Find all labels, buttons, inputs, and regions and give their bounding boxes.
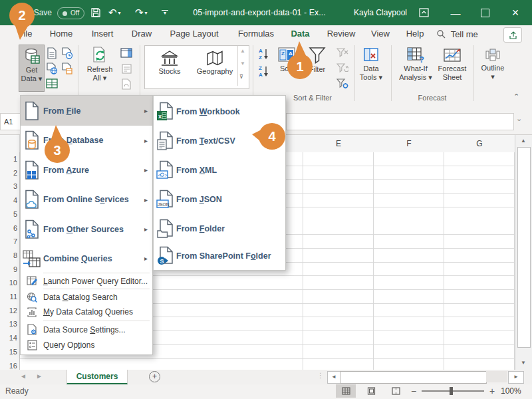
- row-header[interactable]: 9: [1, 263, 17, 277]
- menu-item-from-other-sources[interactable]: From Other Sources ▸: [21, 214, 152, 244]
- row-header[interactable]: 7: [1, 235, 17, 249]
- row-header[interactable]: 8: [1, 249, 17, 263]
- sheet-tab-customers[interactable]: Customers: [66, 370, 128, 384]
- scroll-thumb[interactable]: [517, 147, 531, 348]
- tab-page-layout[interactable]: Page Layout: [166, 25, 222, 43]
- gallery-more-button[interactable]: ⊽: [239, 74, 243, 80]
- properties-button[interactable]: [120, 62, 133, 75]
- what-if-analysis-button[interactable]: ? What-If Analysis ▾: [396, 45, 435, 90]
- maximize-button[interactable]: [473, 0, 496, 25]
- share-button[interactable]: [503, 27, 522, 43]
- menu-item-from-file[interactable]: From File ▸: [21, 96, 152, 126]
- minimize-button[interactable]: —: [444, 0, 467, 25]
- row-header[interactable]: 16: [1, 359, 17, 370]
- page-break-view-button[interactable]: [386, 384, 406, 398]
- submenu-item-from-xml[interactable]: <> From XML: [154, 156, 285, 185]
- zoom-out-button[interactable]: −: [411, 386, 416, 396]
- menu-item-launch-power-query-editor[interactable]: Launch Power Query Editor...: [21, 274, 152, 288]
- from-text-csv-button[interactable]: [45, 47, 59, 60]
- user-name[interactable]: Kayla Claypool: [347, 0, 414, 25]
- column-header-g[interactable]: G: [444, 135, 515, 153]
- recent-sources-button[interactable]: [61, 47, 74, 60]
- normal-view-button[interactable]: [336, 384, 356, 398]
- ribbon-display-options-button[interactable]: [412, 0, 435, 25]
- submenu-item-from-json[interactable]: JSON From JSON: [154, 185, 285, 214]
- get-data-button[interactable]: Get Data ▾: [19, 45, 45, 92]
- row-header[interactable]: 13: [1, 317, 17, 331]
- edit-links-button[interactable]: [120, 77, 133, 90]
- sheet-nav-right-button[interactable]: ►: [36, 372, 43, 380]
- hscroll-right-arrow[interactable]: ►: [508, 371, 524, 384]
- save-button[interactable]: [90, 0, 101, 25]
- scroll-up-arrow[interactable]: ▲: [521, 138, 526, 144]
- tab-help[interactable]: Help: [403, 25, 427, 43]
- tab-view[interactable]: View: [368, 25, 392, 43]
- submenu-item-from-folder[interactable]: From Folder: [154, 214, 285, 243]
- column-header-f[interactable]: F: [374, 135, 445, 153]
- scroll-down-arrow[interactable]: ▼: [521, 360, 526, 366]
- zoom-slider-thumb[interactable]: [450, 387, 453, 395]
- existing-connections-button[interactable]: [61, 62, 74, 75]
- zoom-in-button[interactable]: +: [489, 386, 495, 396]
- menu-item-data-source-settings[interactable]: Data Source Settings...: [21, 322, 152, 337]
- zoom-level[interactable]: 100%: [501, 386, 521, 396]
- queries-connections-button[interactable]: [120, 47, 133, 60]
- sheet-nav-left-button[interactable]: ◄: [20, 372, 27, 380]
- expand-formula-bar-button[interactable]: ⌄: [516, 114, 522, 123]
- select-all-corner[interactable]: [0, 135, 20, 153]
- row-header[interactable]: 2: [1, 166, 17, 180]
- autosave-toggle[interactable]: Off: [57, 7, 84, 19]
- row-header[interactable]: 1: [1, 152, 17, 166]
- close-button[interactable]: ×: [504, 0, 527, 25]
- collapse-ribbon-button[interactable]: ⌃: [513, 92, 519, 101]
- vertical-scrollbar[interactable]: ▲ ▼: [515, 135, 532, 370]
- menu-item-query-options[interactable]: Query Options: [21, 337, 152, 353]
- hscroll-left-arrow[interactable]: ◄: [327, 371, 340, 384]
- tab-draw[interactable]: Draw: [128, 25, 156, 43]
- new-sheet-button[interactable]: +: [149, 371, 160, 382]
- advanced-filter-button[interactable]: [336, 77, 349, 90]
- formula-input[interactable]: [286, 113, 514, 130]
- menu-item-my-data-catalog-queries[interactable]: My Data Catalog Queries: [21, 305, 152, 319]
- row-header[interactable]: 6: [1, 221, 17, 235]
- from-table-range-button[interactable]: [45, 77, 59, 90]
- row-header[interactable]: 10: [1, 276, 17, 290]
- menu-item-data-catalog-search[interactable]: Data Catalog Search: [21, 290, 152, 305]
- hscroll-track[interactable]: [486, 371, 507, 382]
- row-header[interactable]: 3: [1, 180, 17, 194]
- row-header[interactable]: 14: [1, 331, 17, 345]
- gallery-up-button[interactable]: ▲: [240, 48, 245, 54]
- undo-button[interactable]: ↶▾: [108, 0, 121, 25]
- row-header[interactable]: 11: [1, 290, 17, 304]
- row-header[interactable]: 15: [1, 345, 17, 359]
- outline-button[interactable]: Outline ▾: [477, 45, 508, 90]
- row-header[interactable]: 4: [1, 194, 17, 207]
- redo-button[interactable]: ↷▾: [135, 0, 148, 25]
- menu-item-from-online-services[interactable]: From Online Services ▸: [21, 185, 152, 214]
- data-tools-button[interactable]: Data Tools ▾: [358, 45, 384, 90]
- stocks-data-type[interactable]: Stocks: [148, 47, 192, 87]
- sort-za-button[interactable]: Z A: [257, 65, 270, 78]
- row-header[interactable]: 12: [1, 304, 17, 318]
- submenu-item-from-sharepoint-folder[interactable]: S From SharePoint Folder: [154, 243, 285, 269]
- clear-filter-button[interactable]: [336, 47, 349, 60]
- sort-az-button[interactable]: A Z: [257, 47, 270, 61]
- from-web-button[interactable]: [45, 62, 59, 75]
- geography-data-type[interactable]: Geography: [193, 47, 237, 87]
- menu-item-combine-queries[interactable]: Combine Queries ▸: [21, 244, 152, 273]
- gallery-down-button[interactable]: ▼: [240, 61, 245, 66]
- tab-insert[interactable]: Insert: [88, 25, 117, 43]
- tab-home[interactable]: Home: [47, 25, 76, 43]
- zoom-slider-track[interactable]: [422, 390, 484, 392]
- tell-me-search[interactable]: Tell me: [436, 29, 478, 39]
- column-header-e[interactable]: E: [303, 135, 374, 153]
- reapply-filter-button[interactable]: [336, 62, 349, 75]
- forecast-sheet-button[interactable]: Forecast Sheet: [435, 45, 469, 90]
- page-layout-view-button[interactable]: [361, 384, 381, 398]
- row-header[interactable]: 5: [1, 207, 17, 221]
- tab-splitter-handle[interactable]: ⋮: [317, 372, 324, 379]
- refresh-all-button[interactable]: Refresh All ▾: [82, 45, 117, 90]
- tab-formulas[interactable]: Formulas: [234, 25, 278, 43]
- tab-review[interactable]: Review: [325, 25, 358, 43]
- hscroll-thumb[interactable]: [340, 371, 487, 384]
